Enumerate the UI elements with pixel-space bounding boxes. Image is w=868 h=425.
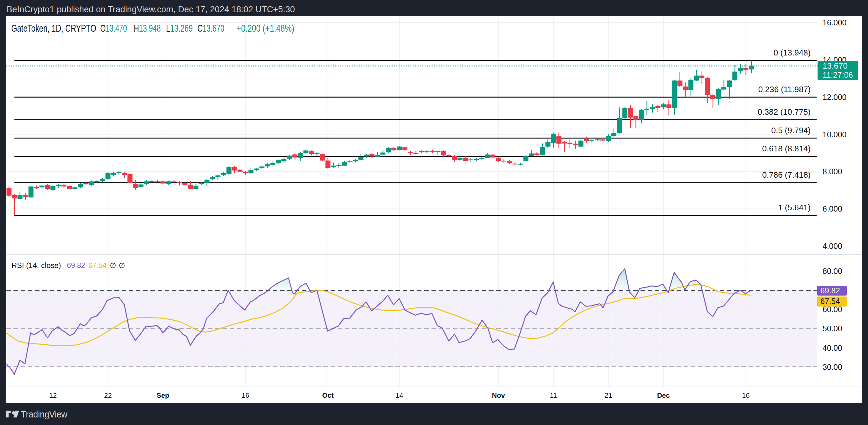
svg-text:11:27:06: 11:27:06 — [823, 70, 853, 80]
svg-text:0.382 (10.775): 0.382 (10.775) — [758, 107, 811, 117]
svg-text:TradingView: TradingView — [21, 409, 67, 419]
svg-text:Nov: Nov — [492, 391, 505, 399]
svg-text:12: 12 — [49, 391, 57, 399]
svg-text:RSI (14, close): RSI (14, close) — [11, 262, 61, 270]
svg-text:67.54: 67.54 — [88, 262, 106, 270]
svg-text:1 (5.641): 1 (5.641) — [778, 203, 811, 212]
svg-text:GateToken, 1D, CRYPTO: GateToken, 1D, CRYPTO — [11, 23, 96, 34]
svg-text:Oct: Oct — [322, 391, 334, 399]
svg-text:∅: ∅ — [110, 262, 116, 270]
svg-text:0.786 (7.418): 0.786 (7.418) — [762, 170, 811, 180]
svg-text:80.00: 80.00 — [823, 267, 842, 275]
svg-text:BeInCrypto1 published on Tradi: BeInCrypto1 published on TradingView.com… — [7, 5, 295, 14]
svg-text:Dec: Dec — [657, 391, 670, 399]
svg-text:O13.470: O13.470 — [100, 23, 127, 34]
svg-text:14: 14 — [396, 391, 403, 399]
svg-text:6.000: 6.000 — [823, 204, 842, 213]
svg-text:+0.200 (+1.48%): +0.200 (+1.48%) — [237, 23, 294, 34]
svg-text:10.000: 10.000 — [823, 130, 846, 139]
svg-text:21: 21 — [604, 391, 612, 399]
svg-text:13.670: 13.670 — [823, 61, 848, 70]
svg-text:C13.670: C13.670 — [197, 23, 224, 34]
svg-text:30.00: 30.00 — [823, 363, 842, 371]
svg-text:16.000: 16.000 — [823, 18, 846, 27]
svg-text:40.00: 40.00 — [823, 343, 842, 352]
svg-text:Sep: Sep — [157, 391, 169, 399]
svg-text:L13.269: L13.269 — [166, 23, 193, 34]
svg-text:8.000: 8.000 — [823, 167, 842, 176]
svg-text:12.000: 12.000 — [823, 93, 846, 101]
svg-text:50.00: 50.00 — [823, 324, 842, 333]
svg-text:0 (13.948): 0 (13.948) — [773, 48, 811, 57]
svg-text:0.618 (8.814): 0.618 (8.814) — [762, 144, 811, 153]
svg-text:H13.948: H13.948 — [134, 23, 161, 34]
svg-text:69.82: 69.82 — [820, 286, 840, 295]
svg-text:0.236 (11.987): 0.236 (11.987) — [758, 85, 811, 94]
svg-text:16: 16 — [742, 391, 749, 399]
svg-text:69.82: 69.82 — [67, 262, 85, 270]
svg-text:11: 11 — [550, 391, 557, 399]
svg-text:16: 16 — [242, 391, 249, 399]
svg-text:22: 22 — [104, 391, 112, 399]
svg-text:67.54: 67.54 — [820, 297, 840, 306]
svg-text:∅: ∅ — [119, 262, 125, 270]
svg-text:4.000: 4.000 — [823, 242, 842, 250]
svg-text:0.5 (9.794): 0.5 (9.794) — [771, 126, 811, 135]
